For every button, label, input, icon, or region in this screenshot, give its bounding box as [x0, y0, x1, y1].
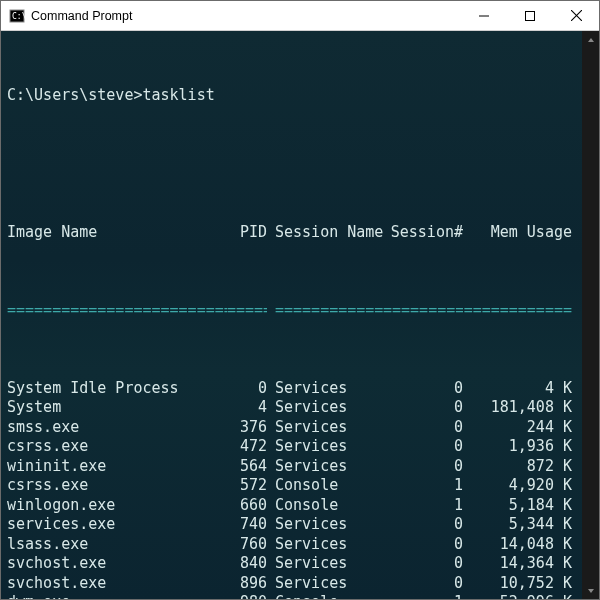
cell-mem: 14,364 K: [463, 554, 578, 574]
table-row: services.exe740Services05,344 K: [7, 515, 578, 535]
cell-mem: 244 K: [463, 418, 578, 438]
cell-image: wininit.exe: [7, 457, 227, 477]
process-rows: System Idle Process0Services04 KSystem4S…: [7, 379, 578, 600]
cell-mem: 5,184 K: [463, 496, 578, 516]
console-output[interactable]: C:\Users\steve>tasklist Image Name PID S…: [1, 31, 582, 599]
cell-pid: 740: [227, 515, 267, 535]
cell-image: services.exe: [7, 515, 227, 535]
cell-pid: 980: [227, 593, 267, 599]
cell-session-num: 0: [383, 418, 463, 438]
table-row: System4Services0181,408 K: [7, 398, 578, 418]
cell-mem: 181,408 K: [463, 398, 578, 418]
app-icon: C:\: [9, 8, 25, 24]
cell-pid: 376: [227, 418, 267, 438]
header-session-num: Session#: [383, 223, 463, 243]
svg-text:C:\: C:\: [12, 12, 25, 21]
cell-pid: 564: [227, 457, 267, 477]
minimize-button[interactable]: [461, 1, 507, 31]
table-row: svchost.exe840Services014,364 K: [7, 554, 578, 574]
cell-session-name: Services: [275, 554, 383, 574]
scroll-track[interactable]: [582, 48, 599, 582]
table-row: csrss.exe472Services01,936 K: [7, 437, 578, 457]
cell-pid: 840: [227, 554, 267, 574]
cell-session-name: Services: [275, 437, 383, 457]
cell-pid: 572: [227, 476, 267, 496]
table-row: wininit.exe564Services0872 K: [7, 457, 578, 477]
cell-session-name: Console: [275, 476, 383, 496]
cell-image: winlogon.exe: [7, 496, 227, 516]
cell-session-num: 0: [383, 437, 463, 457]
header-pid: PID: [227, 223, 267, 243]
cell-image: csrss.exe: [7, 476, 227, 496]
cell-session-name: Console: [275, 496, 383, 516]
cell-session-name: Services: [275, 535, 383, 555]
header-row: Image Name PID Session Name Session# Mem…: [7, 223, 578, 243]
cell-image: System Idle Process: [7, 379, 227, 399]
cell-image: smss.exe: [7, 418, 227, 438]
cell-session-name: Console: [275, 593, 383, 599]
close-button[interactable]: [553, 1, 599, 31]
cell-pid: 0: [227, 379, 267, 399]
table-row: dwm.exe980Console152,996 K: [7, 593, 578, 599]
window-title: Command Prompt: [31, 9, 132, 23]
vertical-scrollbar[interactable]: [582, 31, 599, 599]
cell-session-num: 0: [383, 554, 463, 574]
cell-pid: 896: [227, 574, 267, 594]
cell-pid: 660: [227, 496, 267, 516]
table-row: smss.exe376Services0244 K: [7, 418, 578, 438]
svg-marker-6: [588, 38, 594, 42]
cell-session-num: 0: [383, 457, 463, 477]
cell-session-name: Services: [275, 515, 383, 535]
header-session-name: Session Name: [275, 223, 383, 243]
cell-session-num: 0: [383, 398, 463, 418]
cell-session-num: 0: [383, 515, 463, 535]
header-mem: Mem Usage: [463, 223, 578, 243]
cell-session-name: Services: [275, 418, 383, 438]
cell-image: System: [7, 398, 227, 418]
cell-pid: 472: [227, 437, 267, 457]
table-row: System Idle Process0Services04 K: [7, 379, 578, 399]
cell-session-name: Services: [275, 398, 383, 418]
cell-session-name: Services: [275, 457, 383, 477]
cell-session-num: 0: [383, 574, 463, 594]
cell-pid: 760: [227, 535, 267, 555]
cell-mem: 4 K: [463, 379, 578, 399]
cell-mem: 14,048 K: [463, 535, 578, 555]
cell-image: dwm.exe: [7, 593, 227, 599]
cell-session-name: Services: [275, 379, 383, 399]
table-row: lsass.exe760Services014,048 K: [7, 535, 578, 555]
cell-mem: 10,752 K: [463, 574, 578, 594]
svg-marker-7: [588, 589, 594, 593]
cell-session-num: 0: [383, 379, 463, 399]
table-row: svchost.exe896Services010,752 K: [7, 574, 578, 594]
table-row: winlogon.exe660Console15,184 K: [7, 496, 578, 516]
blank-line: [7, 145, 578, 165]
scroll-up-button[interactable]: [582, 31, 599, 48]
cell-pid: 4: [227, 398, 267, 418]
titlebar[interactable]: C:\ Command Prompt: [1, 1, 599, 31]
cell-image: svchost.exe: [7, 554, 227, 574]
cell-session-num: 1: [383, 593, 463, 599]
separator-row: ========================= ======== =====…: [7, 301, 578, 321]
cell-image: lsass.exe: [7, 535, 227, 555]
table-row: csrss.exe572Console14,920 K: [7, 476, 578, 496]
cell-mem: 52,996 K: [463, 593, 578, 599]
cell-mem: 4,920 K: [463, 476, 578, 496]
client-area: C:\Users\steve>tasklist Image Name PID S…: [1, 31, 599, 599]
cell-mem: 5,344 K: [463, 515, 578, 535]
cell-session-num: 1: [383, 496, 463, 516]
cell-session-name: Services: [275, 574, 383, 594]
cell-session-num: 0: [383, 535, 463, 555]
maximize-button[interactable]: [507, 1, 553, 31]
scroll-down-button[interactable]: [582, 582, 599, 599]
cell-mem: 1,936 K: [463, 437, 578, 457]
prompt-line: C:\Users\steve>tasklist: [7, 86, 578, 106]
cell-image: svchost.exe: [7, 574, 227, 594]
cell-mem: 872 K: [463, 457, 578, 477]
svg-rect-3: [526, 11, 535, 20]
header-image: Image Name: [7, 223, 227, 243]
cell-session-num: 1: [383, 476, 463, 496]
cell-image: csrss.exe: [7, 437, 227, 457]
command-prompt-window: C:\ Command Prompt C:\Users\steve>taskli…: [0, 0, 600, 600]
